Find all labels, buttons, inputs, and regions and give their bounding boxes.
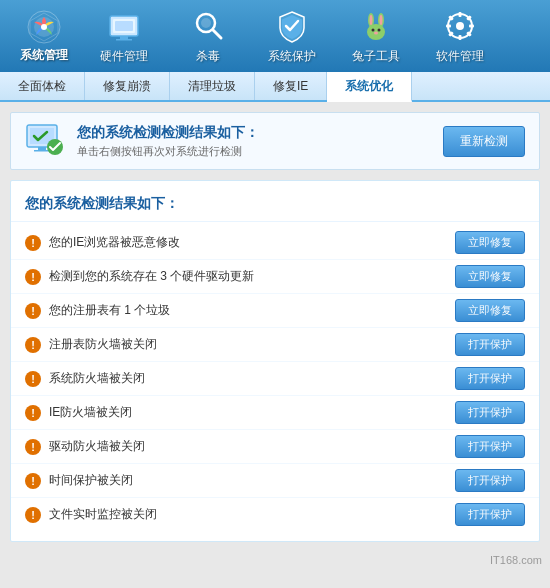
warning-icon: ! [25, 371, 41, 387]
nav-hardware[interactable]: 硬件管理 [84, 4, 164, 68]
svg-rect-23 [446, 24, 451, 27]
action-btn-7[interactable]: 打开保护 [455, 469, 525, 492]
tab-full-check[interactable]: 全面体检 [0, 72, 85, 100]
result-text: 您的IE浏览器被恶意修改 [49, 234, 180, 251]
result-row: !检测到您的系统存在 3 个硬件驱动更新立即修复 [11, 260, 539, 294]
watermark: IT168.com [0, 552, 550, 568]
rabbit-label: 兔子工具 [352, 48, 400, 65]
svg-rect-21 [459, 12, 462, 17]
svg-rect-7 [116, 39, 132, 41]
svg-rect-32 [34, 150, 50, 152]
warning-icon: ! [25, 337, 41, 353]
tab-clean-trash[interactable]: 清理垃圾 [170, 72, 255, 100]
result-row: !时间保护被关闭打开保护 [11, 464, 539, 498]
result-left: !时间保护被关闭 [25, 472, 133, 489]
nav-software[interactable]: 软件管理 [420, 4, 500, 68]
warning-icon: ! [25, 269, 41, 285]
result-row: !注册表防火墙被关闭打开保护 [11, 328, 539, 362]
svg-point-17 [378, 28, 381, 31]
svg-point-14 [370, 15, 373, 25]
result-text: 您的注册表有 1 个垃圾 [49, 302, 170, 319]
top-navigation: 系统管理 硬件管理 杀毒 [0, 0, 550, 72]
result-left: !检测到您的系统存在 3 个硬件驱动更新 [25, 268, 254, 285]
warning-icon: ! [25, 473, 41, 489]
svg-point-16 [372, 28, 375, 31]
result-left: !注册表防火墙被关闭 [25, 336, 157, 353]
logo-icon [24, 9, 64, 45]
warning-icon: ! [25, 235, 41, 251]
protect-label: 系统保护 [268, 48, 316, 65]
software-icon [442, 8, 478, 44]
summary-left: 您的系统检测检测结果如下： 单击右侧按钮再次对系统进行检测 [25, 123, 259, 159]
action-btn-2[interactable]: 立即修复 [455, 299, 525, 322]
svg-point-20 [456, 22, 464, 30]
action-btn-0[interactable]: 立即修复 [455, 231, 525, 254]
svg-point-15 [380, 15, 383, 25]
result-row: !您的IE浏览器被恶意修改立即修复 [11, 226, 539, 260]
rabbit-icon [358, 8, 394, 44]
logo-label: 系统管理 [20, 47, 68, 64]
svg-rect-31 [38, 147, 46, 150]
svg-rect-6 [120, 36, 128, 39]
summary-panel: 您的系统检测检测结果如下： 单击右侧按钮再次对系统进行检测 重新检测 [10, 112, 540, 170]
warning-icon: ! [25, 507, 41, 523]
rescan-button[interactable]: 重新检测 [443, 126, 525, 157]
summary-text: 您的系统检测检测结果如下： 单击右侧按钮再次对系统进行检测 [77, 124, 259, 159]
tab-repair-crash[interactable]: 修复崩溃 [85, 72, 170, 100]
results-title: 您的系统检测结果如下： [11, 191, 539, 222]
summary-computer-icon [25, 123, 65, 159]
action-btn-1[interactable]: 立即修复 [455, 265, 525, 288]
result-text: IE防火墙被关闭 [49, 404, 132, 421]
svg-rect-22 [459, 35, 462, 40]
svg-point-10 [201, 18, 211, 28]
tab-sys-optimize[interactable]: 系统优化 [327, 72, 412, 102]
result-text: 文件实时监控被关闭 [49, 506, 157, 523]
result-row: !文件实时监控被关闭打开保护 [11, 498, 539, 531]
result-left: !IE防火墙被关闭 [25, 404, 132, 421]
action-btn-5[interactable]: 打开保护 [455, 401, 525, 424]
result-left: !您的IE浏览器被恶意修改 [25, 234, 180, 251]
action-btn-6[interactable]: 打开保护 [455, 435, 525, 458]
results-list: !您的IE浏览器被恶意修改立即修复!检测到您的系统存在 3 个硬件驱动更新立即修… [11, 226, 539, 531]
kill-icon [190, 8, 226, 44]
result-left: !驱动防火墙被关闭 [25, 438, 145, 455]
result-text: 时间保护被关闭 [49, 472, 133, 489]
protect-icon [274, 8, 310, 44]
warning-icon: ! [25, 405, 41, 421]
svg-point-18 [374, 31, 378, 34]
result-left: !系统防火墙被关闭 [25, 370, 145, 387]
action-btn-4[interactable]: 打开保护 [455, 367, 525, 390]
summary-title: 您的系统检测检测结果如下： [77, 124, 259, 142]
tab-repair-ie[interactable]: 修复IE [255, 72, 327, 100]
result-left: !文件实时监控被关闭 [25, 506, 157, 523]
app-logo[interactable]: 系统管理 [8, 4, 80, 68]
summary-subtitle: 单击右侧按钮再次对系统进行检测 [77, 144, 259, 159]
action-btn-3[interactable]: 打开保护 [455, 333, 525, 356]
result-text: 系统防火墙被关闭 [49, 370, 145, 387]
result-text: 驱动防火墙被关闭 [49, 438, 145, 455]
svg-line-9 [213, 30, 221, 38]
nav-kill[interactable]: 杀毒 [168, 4, 248, 68]
kill-label: 杀毒 [196, 48, 220, 65]
result-text: 检测到您的系统存在 3 个硬件驱动更新 [49, 268, 254, 285]
svg-point-2 [41, 24, 47, 30]
nav-protect[interactable]: 系统保护 [252, 4, 332, 68]
result-left: !您的注册表有 1 个垃圾 [25, 302, 170, 319]
result-row: !系统防火墙被关闭打开保护 [11, 362, 539, 396]
result-row: !您的注册表有 1 个垃圾立即修复 [11, 294, 539, 328]
result-text: 注册表防火墙被关闭 [49, 336, 157, 353]
software-label: 软件管理 [436, 48, 484, 65]
action-btn-8[interactable]: 打开保护 [455, 503, 525, 526]
warning-icon: ! [25, 303, 41, 319]
hardware-icon [106, 8, 142, 44]
warning-icon: ! [25, 439, 41, 455]
result-row: !驱动防火墙被关闭打开保护 [11, 430, 539, 464]
results-section: 您的系统检测结果如下： !您的IE浏览器被恶意修改立即修复!检测到您的系统存在 … [10, 180, 540, 542]
result-row: !IE防火墙被关闭打开保护 [11, 396, 539, 430]
svg-rect-24 [469, 24, 474, 27]
svg-rect-5 [115, 21, 133, 31]
tab-bar: 全面体检 修复崩溃 清理垃圾 修复IE 系统优化 [0, 72, 550, 102]
hardware-label: 硬件管理 [100, 48, 148, 65]
nav-rabbit[interactable]: 兔子工具 [336, 4, 416, 68]
